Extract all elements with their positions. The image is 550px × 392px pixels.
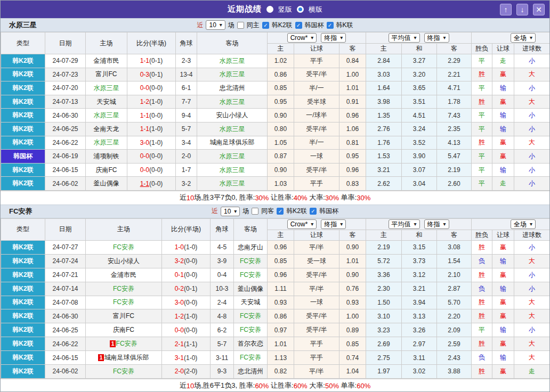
- euro-odds-group-select-1[interactable]: 终指▾: [424, 33, 449, 43]
- euro-odds-group-select-0[interactable]: 平均值▾: [389, 33, 420, 43]
- result-group-select-0[interactable]: 全场▾: [511, 219, 536, 229]
- column-header-1: 日期: [45, 32, 86, 54]
- match-count-select[interactable]: 10▾: [206, 20, 225, 30]
- handicap-odds-cell-0: 1.02: [268, 54, 294, 68]
- half-time-score: (0-1): [149, 57, 163, 64]
- handicap-odds-cell-0: 0.90: [268, 109, 294, 123]
- handicap-odds-group-select-0[interactable]: Crow*▾: [287, 219, 317, 229]
- half-time-score: (0-0): [184, 271, 197, 279]
- result-group-select-0-value: 全场: [514, 220, 527, 228]
- home-team-cell: 庆南FC: [86, 163, 127, 177]
- column-header-5: 客场: [234, 218, 268, 240]
- handicap-odds-cell-1: 平手: [294, 351, 339, 365]
- home-team-name: 安山小绿人: [108, 257, 140, 265]
- corner-cell: 9-4: [176, 109, 197, 123]
- half-time-score: (1-0): [149, 139, 163, 146]
- home-team-cell: 金浦市民: [86, 268, 162, 282]
- table-row: 韩K2联24-07-20水原三星0-0(0-0)6-1忠北清州0.85半/一1.…: [1, 81, 550, 95]
- league-filter-checkbox-2[interactable]: ✓: [327, 22, 334, 29]
- result-group-select-0[interactable]: 全场▾: [511, 33, 536, 43]
- half-time-score: (1-1): [184, 340, 197, 348]
- date-cell: 24-07-29: [45, 54, 86, 68]
- corner-cell: 10-3: [211, 282, 234, 296]
- full-time-score: 1-2: [175, 313, 184, 320]
- league-filter-checkbox-1[interactable]: ✓: [310, 208, 317, 215]
- score-cell: 0-2(0-1): [162, 282, 211, 296]
- column-header-3: 比分(半场): [127, 32, 176, 54]
- date-cell: 24-07-13: [45, 95, 86, 109]
- result-cell-2: 走: [514, 364, 550, 378]
- move-up-button[interactable]: ↑: [500, 4, 512, 15]
- match-count-select[interactable]: 10▾: [221, 207, 240, 216]
- score-cell: 1-2(1-0): [162, 309, 211, 323]
- move-down-button[interactable]: ↓: [516, 4, 528, 15]
- handicap-odds-group-selects: Crow*▾终指▾: [268, 219, 366, 229]
- date-cell: 24-07-20: [45, 81, 86, 95]
- half-time-score: (0-0): [184, 299, 197, 306]
- chevron-down-icon: ▾: [414, 220, 417, 228]
- away-team-cell: 首尔衣恋: [234, 337, 268, 351]
- league-filter-checkbox-0[interactable]: ✓: [262, 22, 269, 29]
- summary-text: 60%: [294, 382, 308, 390]
- home-team-cell: 庆南FC: [86, 323, 162, 337]
- result-cell-0: 胜: [472, 364, 492, 378]
- same-venue-checkbox[interactable]: [237, 22, 244, 29]
- handicap-odds-group-select-1[interactable]: 终指▾: [321, 219, 346, 229]
- table-row: 韩K2联24-06-22水原三星3-0(1-0)3-4城南足球俱乐部1.05半/…: [1, 136, 550, 150]
- euro-odds-cell-0: 3.36: [366, 268, 402, 282]
- league-filter-checkbox-1[interactable]: ✓: [295, 22, 302, 29]
- summary-line: 近10场,胜6平1负3, 胜率:60% 让胜率:60% 大率:50% 单率:60…: [1, 379, 549, 392]
- handicap-odds-group-selects: Crow*▾终指▾: [268, 33, 366, 43]
- handicap-odds-group-select-1[interactable]: 终指▾: [321, 33, 346, 43]
- euro-odds-group-select-1[interactable]: 终指▾: [424, 219, 449, 229]
- chevron-down-icon: ▾: [311, 220, 313, 228]
- handicap-odds-cell-2: 0.93: [339, 296, 366, 309]
- corner-cell: 3-9: [211, 254, 234, 268]
- same-venue-checkbox[interactable]: [252, 208, 258, 215]
- handicap-odds-cell-2: 0.90: [339, 268, 366, 282]
- home-team-name: 富川FC: [113, 312, 134, 320]
- corner-cell: 4-5: [211, 240, 234, 254]
- handicap-odds-cell-1: 一球: [294, 150, 339, 164]
- half-time-score: (1-0): [184, 243, 197, 251]
- result-cell-1: 赢: [492, 95, 514, 109]
- home-team-name: 浦项制铁: [94, 152, 119, 160]
- euro-odds-cell-2: 3.88: [437, 364, 472, 378]
- euro-odds-cell-2: 2.29: [437, 54, 472, 68]
- handicap-odds-cell-1: 受平/半: [294, 68, 339, 81]
- league-cell: 韩K2联: [1, 323, 45, 337]
- sub-header-2: 客: [339, 230, 366, 240]
- handicap-odds-group-select-0[interactable]: Crow*▾: [287, 33, 317, 43]
- result-cell-1: 输: [492, 122, 514, 136]
- horizontal-layout-radio[interactable]: [297, 6, 304, 13]
- home-team-name: 城南足球俱乐部: [104, 354, 149, 361]
- near-label: 近: [212, 207, 218, 216]
- score-cell: 1-1(0-1): [127, 54, 176, 68]
- euro-odds-cell-0: 2.30: [366, 282, 402, 296]
- table-row: 韩K2联24-06-02FC安养2-0(2-0)9-3忠北清州0.82平/半1.…: [1, 364, 550, 378]
- handicap-odds-cell-1: 受平/半: [294, 163, 339, 177]
- chevron-down-icon: ▾: [311, 34, 313, 42]
- summary-text: 近: [180, 381, 187, 390]
- league-filter-checkbox-0[interactable]: ✓: [277, 208, 284, 215]
- close-button[interactable]: ✕: [533, 4, 545, 15]
- euro-odds-cell-0: 3.98: [366, 95, 402, 109]
- league-cell: 韩K2联: [1, 81, 45, 95]
- euro-odds-cell-2: 2.19: [437, 163, 472, 177]
- column-header-1: 日期: [45, 218, 86, 240]
- corner-cell: 3-11: [211, 351, 234, 365]
- result-cell-2: 小: [514, 282, 550, 296]
- handicap-odds-group-select-0-value: Crow*: [290, 34, 308, 42]
- half-time-score: (0-0): [149, 180, 163, 187]
- vertical-layout-radio[interactable]: [266, 6, 273, 13]
- handicap-odds-cell-2: 1.04: [339, 364, 366, 378]
- euro-odds-cell-1: 3.15: [402, 240, 437, 254]
- away-team-cell: FC安养: [234, 351, 268, 365]
- summary-text: 大率:: [308, 193, 325, 202]
- handicap-odds-cell-2: 1.00: [339, 68, 366, 81]
- sub-header-3: 主: [366, 44, 402, 54]
- table-row: 韩K2联24-07-21金浦市民0-1(0-0)0-4FC安养0.96受平/半0…: [1, 268, 550, 282]
- euro-odds-group-select-0[interactable]: 平均值▾: [389, 219, 420, 229]
- result-cell-1: 赢: [492, 68, 514, 81]
- full-time-score: 1-1: [140, 125, 149, 133]
